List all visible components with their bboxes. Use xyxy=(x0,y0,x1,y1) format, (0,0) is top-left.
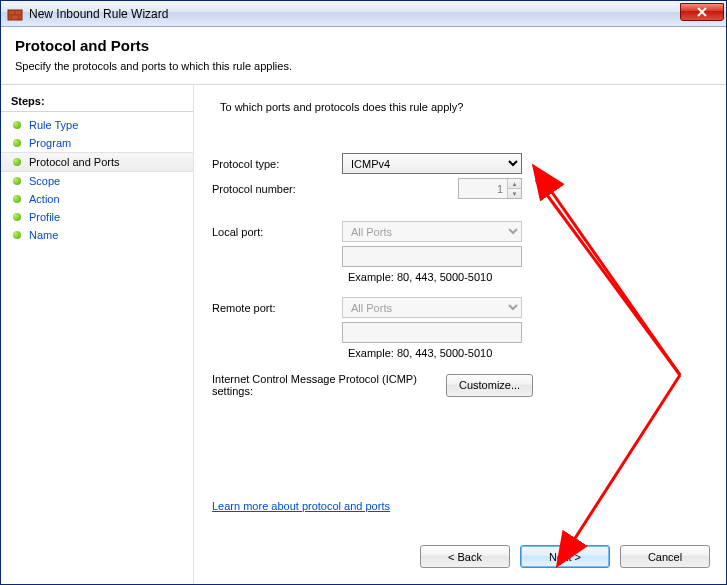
content-panel: To which ports and protocols does this r… xyxy=(194,85,726,584)
wizard-window: New Inbound Rule Wizard Protocol and Por… xyxy=(0,0,727,585)
page-title: Protocol and Ports xyxy=(15,37,712,54)
sidebar-item-label: Scope xyxy=(29,175,60,187)
local-port-select: All Ports xyxy=(342,221,522,242)
remote-port-label: Remote port: xyxy=(206,302,342,314)
protocol-type-label: Protocol type: xyxy=(206,158,342,170)
steps-list: Rule TypeProgramProtocol and PortsScopeA… xyxy=(1,112,193,244)
sidebar-item[interactable]: Rule Type xyxy=(1,116,193,134)
remote-port-input xyxy=(342,322,522,343)
sidebar-item[interactable]: Profile xyxy=(1,208,193,226)
step-bullet-icon xyxy=(13,231,21,239)
remote-port-example: Example: 80, 443, 5000-5010 xyxy=(348,347,726,359)
protocol-number-spinner: 1 ▲ ▼ xyxy=(458,178,522,199)
spinner-down-icon: ▼ xyxy=(508,189,521,198)
close-button[interactable] xyxy=(680,3,724,21)
sidebar-item-label: Profile xyxy=(29,211,60,223)
sidebar-item-label: Program xyxy=(29,137,71,149)
protocol-number-label: Protocol number: xyxy=(206,183,342,195)
spinner-buttons: ▲ ▼ xyxy=(507,179,521,198)
sidebar-item[interactable]: Protocol and Ports xyxy=(1,152,193,172)
window-title: New Inbound Rule Wizard xyxy=(29,7,168,21)
sidebar-item-label: Rule Type xyxy=(29,119,78,131)
sidebar-item[interactable]: Action xyxy=(1,190,193,208)
step-bullet-icon xyxy=(13,213,21,221)
remote-port-select: All Ports xyxy=(342,297,522,318)
steps-sidebar: Steps: Rule TypeProgramProtocol and Port… xyxy=(1,85,194,584)
local-port-input xyxy=(342,246,522,267)
back-button[interactable]: < Back xyxy=(420,545,510,568)
sidebar-item-label: Action xyxy=(29,193,60,205)
step-bullet-icon xyxy=(13,139,21,147)
close-icon xyxy=(697,7,707,17)
wizard-body: Steps: Rule TypeProgramProtocol and Port… xyxy=(1,85,726,584)
step-bullet-icon xyxy=(13,158,21,166)
sidebar-item[interactable]: Name xyxy=(1,226,193,244)
local-port-example: Example: 80, 443, 5000-5010 xyxy=(348,271,726,283)
titlebar: New Inbound Rule Wizard xyxy=(1,1,726,27)
page-header: Protocol and Ports Specify the protocols… xyxy=(1,27,726,85)
learn-more-link[interactable]: Learn more about protocol and ports xyxy=(212,500,390,512)
step-bullet-icon xyxy=(13,177,21,185)
wizard-buttons: < Back Next > Cancel xyxy=(420,545,710,568)
spinner-up-icon: ▲ xyxy=(508,179,521,189)
sidebar-item[interactable]: Program xyxy=(1,134,193,152)
steps-heading: Steps: xyxy=(1,91,193,112)
sidebar-item[interactable]: Scope xyxy=(1,172,193,190)
customize-button[interactable]: Customize... xyxy=(446,374,533,397)
step-bullet-icon xyxy=(13,121,21,129)
step-bullet-icon xyxy=(13,195,21,203)
page-subtitle: Specify the protocols and ports to which… xyxy=(15,60,712,72)
cancel-button[interactable]: Cancel xyxy=(620,545,710,568)
sidebar-item-label: Name xyxy=(29,229,58,241)
sidebar-item-label: Protocol and Ports xyxy=(29,156,120,168)
firewall-icon xyxy=(7,6,23,22)
next-button[interactable]: Next > xyxy=(520,545,610,568)
protocol-number-value: 1 xyxy=(459,183,507,195)
protocol-type-select[interactable]: ICMPv4 xyxy=(342,153,522,174)
local-port-label: Local port: xyxy=(206,226,342,238)
prompt-text: To which ports and protocols does this r… xyxy=(220,101,726,113)
icmp-settings-label: Internet Control Message Protocol (ICMP)… xyxy=(212,373,446,397)
